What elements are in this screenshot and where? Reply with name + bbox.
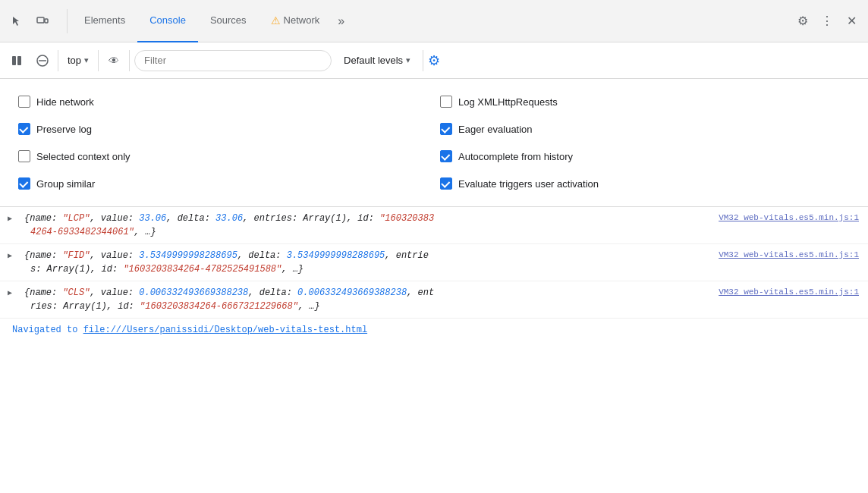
setting-group-similar[interactable]: Group similar: [12, 170, 434, 197]
expand-arrow-lcp[interactable]: ▶: [8, 213, 12, 225]
settings-col-right: Log XMLHttpRequests Eager evaluation Aut…: [434, 88, 856, 197]
setting-preserve-log[interactable]: Preserve log: [12, 115, 434, 143]
navigated-prefix: Navigated to: [12, 325, 83, 335]
context-arrow-icon: ▾: [84, 55, 89, 65]
svg-rect-0: [37, 17, 44, 23]
network-warning-icon: ⚠: [271, 14, 281, 27]
expand-arrow-fid[interactable]: ▶: [8, 250, 12, 262]
setting-log-xml[interactable]: Log XMLHttpRequests: [434, 88, 856, 115]
checkbox-autocomplete-history[interactable]: [440, 150, 452, 162]
default-levels-button[interactable]: Default levels ▾: [336, 52, 418, 69]
checkbox-group-similar[interactable]: [18, 177, 30, 190]
settings-icon[interactable]: ⚙: [792, 11, 813, 32]
console-entry-fid: ▶ VM32 web-vitals.es5.min.js:1 {name: "F…: [0, 244, 868, 281]
navigated-line: Navigated to file:///Users/panissidi/Des…: [0, 319, 868, 341]
expand-arrow-cls[interactable]: ▶: [8, 287, 12, 299]
checkbox-eager-eval[interactable]: [440, 123, 452, 135]
setting-selected-context[interactable]: Selected context only: [12, 143, 434, 170]
svg-rect-1: [45, 19, 48, 23]
console-sep-3: [129, 50, 130, 71]
checkbox-eval-triggers[interactable]: [440, 177, 452, 190]
checkbox-selected-context[interactable]: [18, 150, 30, 162]
file-link-cls[interactable]: VM32 web-vitals.es5.min.js:1: [719, 286, 859, 299]
label-hide-network: Hide network: [36, 96, 94, 108]
levels-arrow-icon: ▾: [406, 55, 410, 65]
console-output: ▶ VM32 web-vitals.es5.min.js:1 {name: "L…: [0, 207, 868, 344]
clear-console-icon[interactable]: [32, 50, 53, 71]
cursor-icon[interactable]: [6, 11, 27, 32]
tab-console[interactable]: Console: [137, 0, 198, 42]
setting-autocomplete-history[interactable]: Autocomplete from history: [434, 143, 856, 170]
setting-eager-eval[interactable]: Eager evaluation: [434, 115, 856, 143]
filter-input[interactable]: [134, 50, 332, 71]
navigated-url[interactable]: file:///Users/panissidi/Desktop/web-vita…: [83, 325, 367, 335]
label-autocomplete-history: Autocomplete from history: [458, 151, 573, 162]
label-eager-eval: Eager evaluation: [458, 124, 533, 135]
eye-icon[interactable]: 👁: [103, 50, 124, 71]
setting-hide-network[interactable]: Hide network: [12, 88, 434, 115]
more-tabs-button[interactable]: »: [332, 0, 351, 42]
console-sep-4: [423, 50, 423, 71]
svg-rect-3: [17, 56, 21, 65]
close-icon[interactable]: ✕: [841, 11, 862, 32]
label-preserve-log: Preserve log: [36, 124, 92, 135]
console-toolbar: top ▾ 👁 Default levels ▾ ⚙: [0, 42, 868, 79]
console-entry-lcp: ▶ VM32 web-vitals.es5.min.js:1 {name: "L…: [0, 207, 868, 244]
file-link-fid[interactable]: VM32 web-vitals.es5.min.js:1: [719, 249, 859, 262]
toolbar-right: ⚙ ⋮ ✕: [792, 11, 862, 32]
console-play-icon[interactable]: [6, 50, 27, 71]
label-log-xml: Log XMLHttpRequests: [458, 96, 558, 108]
console-entry-cls: ▶ VM32 web-vitals.es5.min.js:1 {name: "C…: [0, 281, 868, 319]
setting-eval-triggers[interactable]: Evaluate triggers user activation: [434, 170, 856, 197]
svg-rect-2: [12, 56, 16, 65]
checkbox-preserve-log[interactable]: [18, 123, 30, 135]
settings-col-left: Hide network Preserve log Selected conte…: [12, 88, 434, 197]
file-link-lcp[interactable]: VM32 web-vitals.es5.min.js:1: [719, 212, 859, 225]
label-selected-context: Selected context only: [36, 151, 131, 162]
device-toggle-icon[interactable]: [32, 11, 53, 32]
console-sep-2: [98, 50, 99, 71]
console-sep-1: [58, 50, 58, 71]
toolbar-separator: [67, 9, 68, 33]
tab-network[interactable]: ⚠ Network: [259, 0, 332, 42]
label-eval-triggers: Evaluate triggers user activation: [458, 178, 599, 190]
more-vert-icon[interactable]: ⋮: [816, 11, 838, 32]
tab-sources[interactable]: Sources: [198, 0, 259, 42]
settings-panel: Hide network Preserve log Selected conte…: [0, 79, 868, 207]
devtools-toolbar: Elements Console Sources ⚠ Network » ⚙ ⋮…: [0, 0, 868, 42]
console-gear-icon[interactable]: ⚙: [428, 52, 440, 69]
checkbox-hide-network[interactable]: [18, 96, 30, 108]
context-selector[interactable]: top ▾: [63, 52, 93, 69]
tab-elements[interactable]: Elements: [72, 0, 137, 42]
checkbox-log-xml[interactable]: [440, 96, 452, 108]
toolbar-icons: [6, 11, 53, 32]
label-group-similar: Group similar: [36, 178, 95, 190]
